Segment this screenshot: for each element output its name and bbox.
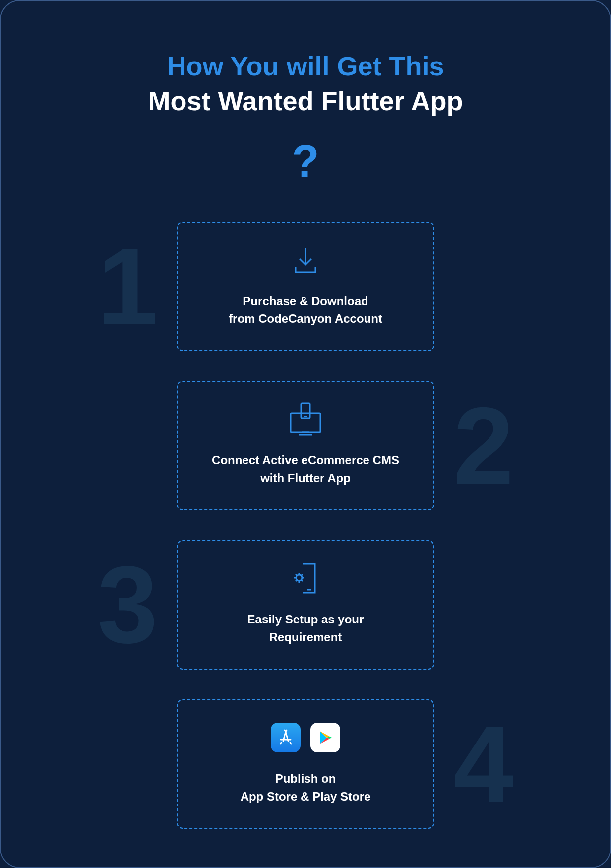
app-store-icon: [271, 723, 301, 752]
step-1-number: 1: [97, 232, 158, 341]
step-1-text: Purchase & Download from CodeCanyon Acco…: [192, 292, 419, 328]
step-2-number: 2: [453, 391, 514, 500]
svg-line-15: [296, 580, 297, 581]
step-1-box: Purchase & Download from CodeCanyon Acco…: [177, 222, 434, 351]
main-container: How You will Get This Most Wanted Flutte…: [1, 1, 610, 859]
step-1-text-line-1: Purchase & Download: [243, 294, 368, 308]
connect-device-icon: [192, 402, 419, 436]
step-4-wrapper: 4: [177, 699, 434, 829]
play-store-icon: [310, 723, 340, 752]
svg-line-13: [301, 580, 303, 581]
step-1-text-line-2: from CodeCanyon Account: [229, 312, 382, 325]
step-4-text-line-2: App Store & Play Store: [241, 790, 371, 803]
step-3-text: Easily Setup as your Requirement: [192, 611, 419, 646]
step-2-wrapper: 2 Connect Active eCommerce CMS with Flut…: [177, 381, 434, 510]
step-3-number: 3: [97, 551, 158, 660]
step-4-number: 4: [453, 710, 514, 819]
step-2-text: Connect Active eCommerce CMS with Flutte…: [192, 451, 419, 487]
step-3-box: Easily Setup as your Requirement: [177, 540, 434, 670]
step-1-wrapper: 1 Purchase & Download from CodeCanyon Ac…: [177, 222, 434, 351]
step-3-wrapper: 3: [177, 540, 434, 670]
svg-line-12: [296, 574, 297, 576]
steps-list: 1 Purchase & Download from CodeCanyon Ac…: [31, 222, 580, 829]
step-4-text-line-1: Publish on: [275, 772, 336, 785]
title-line-2: Most Wanted Flutter App: [148, 85, 463, 116]
step-2-text-line-2: with Flutter App: [260, 471, 351, 485]
configure-device-icon: [192, 561, 419, 596]
title-line-1: How You will Get This: [167, 51, 444, 81]
step-3-text-line-2: Requirement: [269, 630, 342, 644]
question-mark: ?: [292, 136, 319, 187]
step-4-text: Publish on App Store & Play Store: [192, 770, 419, 806]
download-icon: [192, 243, 419, 277]
svg-line-14: [301, 574, 303, 576]
step-4-box: Publish on App Store & Play Store: [177, 699, 434, 829]
step-3-text-line-1: Easily Setup as your: [247, 613, 364, 626]
step-2-text-line-1: Connect Active eCommerce CMS: [212, 453, 399, 467]
publish-stores-icon: [192, 720, 419, 755]
step-2-box: Connect Active eCommerce CMS with Flutte…: [177, 381, 434, 510]
